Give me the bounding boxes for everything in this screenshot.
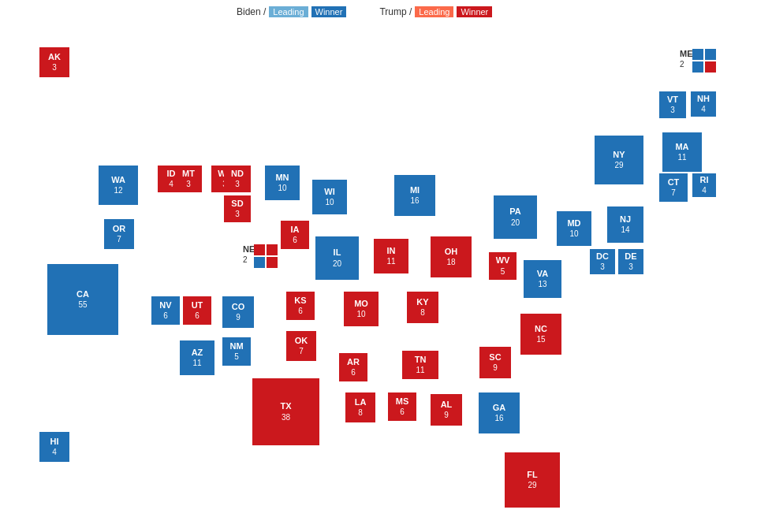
state-votes-NC: 15 (536, 334, 545, 344)
state-MD[interactable]: MD10 (557, 211, 591, 246)
state-votes-WV: 5 (501, 266, 505, 277)
state-DE[interactable]: DE3 (618, 249, 643, 274)
state-MO[interactable]: MO10 (344, 292, 379, 326)
state-AK[interactable]: AK3 (39, 47, 69, 77)
map-container: Biden / Leading Winner Trump / Leading W… (0, 0, 772, 532)
state-MN[interactable]: MN10 (265, 166, 300, 200)
state-MT[interactable]: MT3 (175, 166, 202, 192)
state-abbr-AK: AK (48, 52, 61, 62)
state-MA[interactable]: MA11 (662, 132, 702, 172)
state-votes-IA: 6 (293, 235, 297, 245)
state-NM[interactable]: NM5 (222, 337, 251, 366)
state-abbr-CT: CT (668, 177, 680, 188)
state-abbr-IL: IL (334, 247, 341, 258)
state-CT[interactable]: CT7 (659, 173, 688, 202)
state-abbr-GA: GA (493, 403, 506, 413)
state-KS[interactable]: KS6 (286, 292, 315, 320)
state-RI[interactable]: RI4 (692, 173, 716, 197)
state-VA[interactable]: VA13 (524, 260, 561, 298)
state-KY[interactable]: KY8 (407, 292, 438, 323)
state-votes-TX: 38 (282, 412, 290, 422)
state-MS[interactable]: MS6 (388, 392, 416, 421)
state-abbr-MN: MN (275, 173, 289, 183)
state-abbr-AR: AR (347, 357, 360, 367)
state-OK[interactable]: OK7 (286, 331, 316, 361)
state-votes-label-NE: 2 (243, 255, 248, 264)
state-votes-NJ: 14 (621, 225, 629, 235)
state-IL[interactable]: IL20 (315, 236, 359, 280)
state-NV[interactable]: NV6 (151, 296, 180, 325)
state-votes-NM: 5 (234, 352, 239, 362)
state-abbr-MA: MA (675, 142, 688, 152)
state-AL[interactable]: AL9 (431, 394, 462, 426)
state-TN[interactable]: TN11 (402, 351, 438, 379)
state-IA[interactable]: IA6 (281, 221, 309, 249)
state-votes-CA: 55 (78, 299, 87, 310)
state-SD[interactable]: SD3 (224, 195, 251, 222)
state-WA[interactable]: WA12 (99, 166, 138, 205)
me-cell-0 (692, 49, 703, 60)
state-SC[interactable]: SC9 (479, 347, 511, 378)
state-votes-DE: 3 (628, 262, 633, 272)
state-OH[interactable]: OH18 (431, 236, 472, 277)
state-abbr-TX: TX (280, 401, 291, 411)
state-abbr-IA: IA (291, 225, 300, 235)
state-votes-AR: 6 (351, 367, 356, 378)
state-votes-VA: 13 (538, 279, 546, 289)
state-votes-UT: 6 (195, 311, 200, 321)
state-GA[interactable]: GA16 (479, 392, 520, 433)
state-LA[interactable]: LA8 (345, 392, 375, 422)
state-TX[interactable]: TX38 (252, 378, 319, 445)
state-NE[interactable] (254, 244, 278, 268)
state-WI[interactable]: WI10 (312, 180, 347, 214)
state-abbr-SC: SC (489, 352, 501, 363)
state-votes-GA: 16 (494, 413, 503, 423)
state-abbr-FL: FL (527, 470, 537, 480)
state-abbr-KS: KS (294, 296, 306, 306)
state-abbr-MI: MI (410, 185, 420, 195)
legend-leading-red: Leading (415, 6, 453, 17)
state-AR[interactable]: AR6 (339, 353, 367, 381)
state-votes-DC: 3 (600, 262, 605, 272)
state-abbr-CO: CO (232, 302, 245, 312)
state-abbr-MD: MD (567, 218, 580, 229)
state-HI[interactable]: HI4 (39, 432, 69, 462)
state-VT[interactable]: VT3 (659, 91, 686, 118)
state-abbr-CA: CA (76, 289, 89, 299)
state-abbr-LA: LA (355, 397, 367, 407)
state-WV[interactable]: WV5 (489, 252, 517, 280)
state-PA[interactable]: PA20 (494, 195, 537, 239)
legend-winner-red: Winner (457, 6, 492, 17)
state-votes-NV: 6 (163, 311, 168, 321)
state-abbr-IN: IN (387, 246, 396, 256)
state-NC[interactable]: NC15 (520, 314, 561, 355)
state-UT[interactable]: UT6 (183, 296, 211, 325)
state-NY[interactable]: NY29 (595, 136, 643, 184)
state-CO[interactable]: CO9 (222, 296, 254, 328)
state-votes-CO: 9 (236, 312, 241, 322)
state-votes-RI: 4 (702, 185, 707, 195)
trump-label: Trump / (379, 6, 412, 17)
state-ND[interactable]: ND3 (224, 166, 251, 192)
state-abbr-MT: MT (182, 169, 195, 179)
state-votes-LA: 8 (358, 407, 363, 418)
state-OR[interactable]: OR7 (104, 219, 134, 249)
state-abbr-NJ: NJ (620, 214, 631, 225)
state-votes-PA: 20 (511, 218, 520, 228)
state-DC[interactable]: DC3 (590, 249, 615, 274)
state-NJ[interactable]: NJ14 (607, 206, 643, 243)
state-votes-MA: 11 (677, 152, 686, 162)
state-IN[interactable]: IN11 (374, 239, 408, 273)
state-CA[interactable]: CA55 (47, 264, 118, 335)
state-ME[interactable] (692, 49, 716, 73)
me-cell-2 (692, 61, 703, 73)
state-votes-MO: 10 (356, 309, 365, 319)
state-MI[interactable]: MI16 (394, 175, 435, 216)
state-AZ[interactable]: AZ11 (180, 340, 214, 375)
state-votes-FL: 29 (528, 480, 536, 490)
state-FL[interactable]: FL29 (505, 452, 560, 508)
legend: Biden / Leading Winner Trump / Leading W… (237, 6, 492, 17)
state-label-ME: ME (680, 49, 693, 58)
state-NH[interactable]: NH4 (691, 91, 716, 117)
state-abbr-OH: OH (445, 247, 458, 257)
